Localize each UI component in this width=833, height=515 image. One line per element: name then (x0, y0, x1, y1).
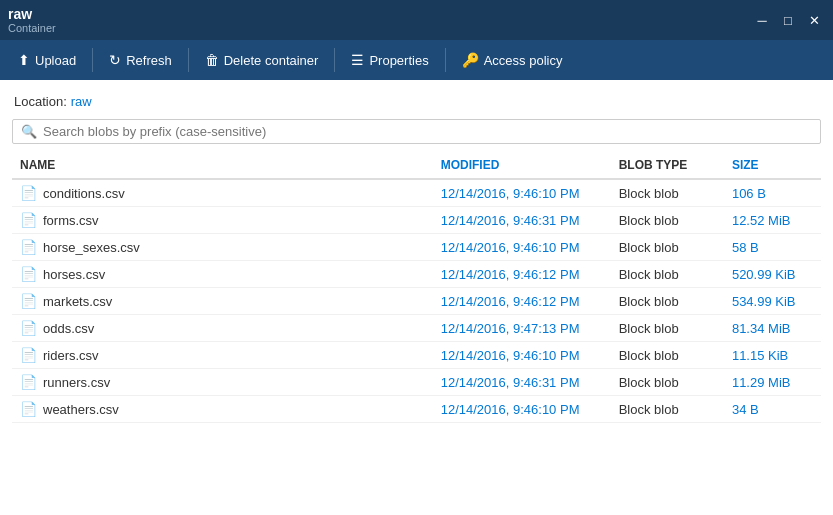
table-body: 📄conditions.csv12/14/2016, 9:46:10 PMBlo… (12, 179, 821, 423)
col-header-name: NAME (12, 152, 433, 179)
filename-text: riders.csv (43, 348, 99, 363)
refresh-button[interactable]: ↻ Refresh (99, 46, 182, 74)
cell-filename: 📄riders.csv (12, 342, 433, 369)
location-label: Location: (14, 94, 67, 109)
window-subtitle: Container (8, 22, 56, 34)
cell-blobtype: Block blob (611, 396, 724, 423)
table-row[interactable]: 📄conditions.csv12/14/2016, 9:46:10 PMBlo… (12, 179, 821, 207)
col-header-size: SIZE (724, 152, 821, 179)
filename-text: horses.csv (43, 267, 105, 282)
cell-filename: 📄odds.csv (12, 315, 433, 342)
cell-modified: 12/14/2016, 9:46:10 PM (433, 342, 611, 369)
file-icon: 📄 (20, 347, 37, 363)
delete-container-button[interactable]: 🗑 Delete container (195, 46, 329, 74)
location-link[interactable]: raw (71, 94, 92, 109)
toolbar-separator-4 (445, 48, 446, 72)
table-row[interactable]: 📄horses.csv12/14/2016, 9:46:12 PMBlock b… (12, 261, 821, 288)
filename-text: conditions.csv (43, 186, 125, 201)
filename-text: horse_sexes.csv (43, 240, 140, 255)
cell-modified: 12/14/2016, 9:46:31 PM (433, 207, 611, 234)
toolbar-separator-2 (188, 48, 189, 72)
cell-size: 11.15 KiB (724, 342, 821, 369)
file-icon: 📄 (20, 212, 37, 228)
restore-button[interactable]: □ (777, 9, 799, 31)
table-row[interactable]: 📄weathers.csv12/14/2016, 9:46:10 PMBlock… (12, 396, 821, 423)
table-row[interactable]: 📄horse_sexes.csv12/14/2016, 9:46:10 PMBl… (12, 234, 821, 261)
close-button[interactable]: ✕ (803, 9, 825, 31)
table-row[interactable]: 📄riders.csv12/14/2016, 9:46:10 PMBlock b… (12, 342, 821, 369)
cell-modified: 12/14/2016, 9:46:10 PM (433, 234, 611, 261)
cell-blobtype: Block blob (611, 369, 724, 396)
cell-modified: 12/14/2016, 9:46:12 PM (433, 261, 611, 288)
properties-button[interactable]: ☰ Properties (341, 46, 438, 74)
cell-filename: 📄markets.csv (12, 288, 433, 315)
toolbar-separator (92, 48, 93, 72)
cell-blobtype: Block blob (611, 234, 724, 261)
search-icon: 🔍 (21, 124, 37, 139)
table-row[interactable]: 📄markets.csv12/14/2016, 9:46:12 PMBlock … (12, 288, 821, 315)
cell-modified: 12/14/2016, 9:46:31 PM (433, 369, 611, 396)
search-input[interactable] (43, 124, 812, 139)
table-row[interactable]: 📄runners.csv12/14/2016, 9:46:31 PMBlock … (12, 369, 821, 396)
cell-modified: 12/14/2016, 9:47:13 PM (433, 315, 611, 342)
cell-size: 106 B (724, 179, 821, 207)
cell-size: 520.99 KiB (724, 261, 821, 288)
cell-blobtype: Block blob (611, 288, 724, 315)
content-area: Location: raw 🔍 NAME MODIFIED BLOB TYPE … (0, 80, 833, 515)
col-header-modified: MODIFIED (433, 152, 611, 179)
title-bar: raw Container ─ □ ✕ (0, 0, 833, 40)
access-policy-button[interactable]: 🔑 Access policy (452, 46, 573, 74)
cell-blobtype: Block blob (611, 179, 724, 207)
cell-blobtype: Block blob (611, 207, 724, 234)
table-header-row: NAME MODIFIED BLOB TYPE SIZE (12, 152, 821, 179)
search-bar: 🔍 (12, 119, 821, 144)
access-policy-icon: 🔑 (462, 52, 479, 68)
filename-text: weathers.csv (43, 402, 119, 417)
col-header-blobtype: BLOB TYPE (611, 152, 724, 179)
cell-blobtype: Block blob (611, 342, 724, 369)
location-bar: Location: raw (12, 88, 821, 115)
cell-size: 11.29 MiB (724, 369, 821, 396)
upload-icon: ⬆ (18, 52, 30, 68)
cell-size: 34 B (724, 396, 821, 423)
cell-filename: 📄horses.csv (12, 261, 433, 288)
blob-table-container: NAME MODIFIED BLOB TYPE SIZE 📄conditions… (12, 152, 821, 515)
cell-size: 12.52 MiB (724, 207, 821, 234)
file-icon: 📄 (20, 185, 37, 201)
cell-modified: 12/14/2016, 9:46:10 PM (433, 396, 611, 423)
upload-button[interactable]: ⬆ Upload (8, 46, 86, 74)
delete-icon: 🗑 (205, 52, 219, 68)
refresh-icon: ↻ (109, 52, 121, 68)
filename-text: forms.csv (43, 213, 99, 228)
cell-modified: 12/14/2016, 9:46:10 PM (433, 179, 611, 207)
toolbar-separator-3 (334, 48, 335, 72)
file-icon: 📄 (20, 320, 37, 336)
file-icon: 📄 (20, 401, 37, 417)
cell-blobtype: Block blob (611, 261, 724, 288)
cell-filename: 📄weathers.csv (12, 396, 433, 423)
table-row[interactable]: 📄forms.csv12/14/2016, 9:46:31 PMBlock bl… (12, 207, 821, 234)
cell-size: 534.99 KiB (724, 288, 821, 315)
properties-icon: ☰ (351, 52, 364, 68)
toolbar: ⬆ Upload ↻ Refresh 🗑 Delete container ☰ … (0, 40, 833, 80)
filename-text: runners.csv (43, 375, 110, 390)
title-bar-left: raw Container (8, 6, 56, 34)
cell-filename: 📄horse_sexes.csv (12, 234, 433, 261)
file-icon: 📄 (20, 374, 37, 390)
cell-filename: 📄forms.csv (12, 207, 433, 234)
cell-size: 58 B (724, 234, 821, 261)
window-title: raw (8, 6, 56, 22)
file-icon: 📄 (20, 239, 37, 255)
cell-filename: 📄runners.csv (12, 369, 433, 396)
table-row[interactable]: 📄odds.csv12/14/2016, 9:47:13 PMBlock blo… (12, 315, 821, 342)
cell-filename: 📄conditions.csv (12, 179, 433, 207)
window-controls: ─ □ ✕ (751, 9, 825, 31)
cell-size: 81.34 MiB (724, 315, 821, 342)
minimize-button[interactable]: ─ (751, 9, 773, 31)
cell-modified: 12/14/2016, 9:46:12 PM (433, 288, 611, 315)
file-icon: 📄 (20, 266, 37, 282)
file-icon: 📄 (20, 293, 37, 309)
cell-blobtype: Block blob (611, 315, 724, 342)
filename-text: markets.csv (43, 294, 112, 309)
blob-table: NAME MODIFIED BLOB TYPE SIZE 📄conditions… (12, 152, 821, 423)
